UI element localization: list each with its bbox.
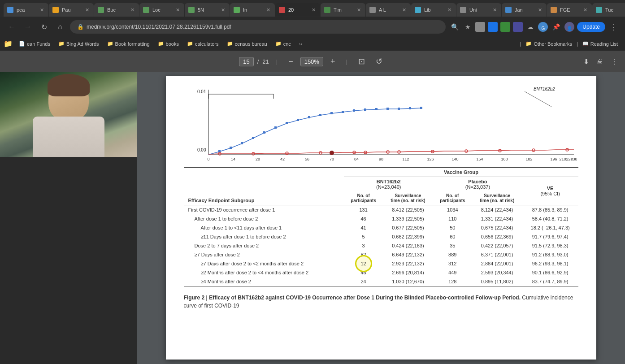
- g-icon[interactable]: G: [538, 22, 548, 32]
- tab-pea[interactable]: pea ✕: [4, 3, 48, 17]
- tab-uni[interactable]: Uni ✕: [456, 3, 501, 17]
- tab-close-jan[interactable]: ✕: [537, 7, 543, 13]
- pin-icon[interactable]: 📌: [551, 22, 562, 32]
- main-content-area: 0.01 0.00 0 14 28 42 56 70 84 98 112 126: [0, 72, 625, 364]
- tab-close-in[interactable]: ✕: [265, 7, 271, 13]
- bookmarks-more-button[interactable]: ››: [295, 40, 306, 48]
- tab-favicon-lib: [415, 7, 421, 13]
- svg-rect-40: [420, 107, 422, 109]
- pdf-divider-2: |: [346, 58, 347, 65]
- pdf-viewer[interactable]: 0.01 0.00 0 14 28 42 56 70 84 98 112 126: [137, 72, 625, 364]
- tab-close-fge[interactable]: ✕: [582, 7, 588, 13]
- pdf-zoom-in-button[interactable]: +: [327, 56, 339, 67]
- svg-rect-24: [241, 142, 243, 144]
- bookmarks-right: | 📁 Other Bookmarks | 📖 Reading List: [520, 39, 621, 48]
- tab-close-mr[interactable]: ✕: [310, 7, 317, 13]
- tab-label-uni: Uni: [469, 7, 490, 13]
- tab-tuc[interactable]: Tuc ✕: [592, 3, 625, 17]
- tab-close-5n[interactable]: ✕: [220, 7, 226, 13]
- bookmark-icon-cnc: 📁: [275, 41, 282, 47]
- bookmark-ean-funds[interactable]: 📄 ean Funds: [15, 39, 54, 48]
- pdf-current-page[interactable]: 15: [239, 57, 253, 66]
- profile-icon[interactable]: 👤: [564, 22, 574, 32]
- tab-close-pea[interactable]: ✕: [39, 7, 45, 13]
- tab-fge[interactable]: FGE ✕: [547, 3, 592, 17]
- tab-favicon-tim: [324, 7, 330, 13]
- bookmark-census-bureau[interactable]: 📁 census bureau: [223, 39, 271, 48]
- table-cell-1-5: 87.8 (85.3, 89.9): [522, 205, 578, 215]
- home-button[interactable]: ⌂: [54, 21, 66, 33]
- tab-close-al[interactable]: ✕: [401, 7, 407, 13]
- extension-icon-3[interactable]: [500, 22, 510, 32]
- cloud-icon[interactable]: ☁: [525, 22, 535, 32]
- table-cell-label-6: ≥7 Days after dose 2: [184, 250, 344, 259]
- svg-rect-28: [286, 122, 288, 124]
- tab-loc[interactable]: Loc ✕: [139, 3, 184, 17]
- tab-mr[interactable]: 20 ✕: [275, 3, 320, 17]
- update-button[interactable]: Update: [577, 22, 605, 32]
- overflow-menu-icon[interactable]: ⋮: [608, 20, 620, 34]
- refresh-button[interactable]: ↻: [38, 21, 50, 33]
- svg-rect-36: [375, 108, 378, 110]
- bookmark-calculators[interactable]: 📁 calculators: [183, 39, 222, 48]
- extension-icon-2[interactable]: [488, 22, 498, 32]
- tab-5n[interactable]: 5N ✕: [185, 3, 230, 17]
- tab-close-buc[interactable]: ✕: [129, 7, 135, 13]
- tab-label-mr: 20: [288, 7, 308, 13]
- tab-tim[interactable]: Tim ✕: [321, 3, 365, 17]
- table-header-bnt-participants: No. ofparticipants: [344, 191, 382, 205]
- bookmarks-folder-icon[interactable]: 📁: [4, 39, 13, 48]
- forward-button[interactable]: →: [22, 21, 34, 33]
- svg-text:168: 168: [501, 157, 508, 161]
- table-cell-label-5: Dose 2 to 7 days after dose 2: [184, 241, 344, 250]
- bookmark-icon-calc: 📁: [187, 41, 193, 47]
- tab-pau[interactable]: Pau ✕: [49, 3, 94, 17]
- tab-close-tim[interactable]: ✕: [356, 7, 362, 13]
- table-cell-6-2: 6.649 (22,132): [383, 250, 433, 259]
- tab-label-jan: Jan: [515, 7, 535, 13]
- table-cell-8-2: 2.696 (20,814): [383, 268, 433, 277]
- webcam-person: [24, 72, 113, 157]
- tab-close-pau[interactable]: ✕: [84, 7, 90, 13]
- bookmark-book-formatting[interactable]: 📁 Book formatting: [104, 39, 153, 48]
- tab-bar: pea ✕ Pau ✕ Buc ✕ Loc ✕ 5N ✕ In ✕: [0, 0, 625, 17]
- table-cell-label-9: ≥4 Months after dose 2: [184, 277, 344, 286]
- tab-lib[interactable]: Lib ✕: [411, 3, 456, 17]
- bookmark-bing-ad-words[interactable]: 📁 Bing Ad Words: [55, 39, 103, 48]
- pdf-history-button[interactable]: ↺: [372, 56, 386, 67]
- bookmark-books[interactable]: 📁 books: [154, 39, 182, 48]
- table-cell-3-1: 41: [344, 223, 382, 232]
- chart-svg: 0.01 0.00 0 14 28 42 56 70 84 98 112 126: [184, 85, 578, 164]
- pdf-zoom-level[interactable]: 150%: [300, 57, 323, 66]
- search-icon[interactable]: 🔍: [449, 22, 460, 32]
- tab-in[interactable]: In ✕: [230, 3, 275, 17]
- bookmark-star-icon[interactable]: ★: [463, 22, 473, 32]
- svg-text:126: 126: [427, 157, 434, 161]
- pdf-fit-button[interactable]: ⊡: [355, 56, 369, 67]
- tab-close-lib[interactable]: ✕: [446, 7, 452, 13]
- back-button[interactable]: ←: [5, 21, 18, 33]
- other-bookmarks[interactable]: 📁 Other Bookmarks: [522, 39, 576, 48]
- tab-close-uni[interactable]: ✕: [491, 7, 498, 13]
- pdf-zoom-out-button[interactable]: −: [285, 56, 297, 67]
- tab-jan[interactable]: Jan ✕: [502, 3, 547, 17]
- pdf-download-icon[interactable]: ⬇: [583, 57, 589, 66]
- table-cell-8-3: 449: [433, 268, 472, 277]
- pdf-more-icon[interactable]: ⋮: [611, 57, 618, 66]
- tab-label-tim: Tim: [334, 7, 354, 13]
- other-bookmarks-icon: 📁: [525, 41, 532, 47]
- address-input[interactable]: 🔒 medrxiv.org/content/10.1101/2021.07.28…: [70, 20, 446, 34]
- extension-icon-1[interactable]: [475, 22, 485, 32]
- bookmark-cnc[interactable]: 📁 cnc: [272, 39, 295, 48]
- bookmark-icon-bing: 📁: [58, 41, 65, 47]
- table-cell-1-2: 8.412 (22,505): [383, 205, 433, 215]
- reading-list[interactable]: 📖 Reading List: [579, 39, 621, 48]
- pdf-print-icon[interactable]: 🖨: [596, 57, 603, 65]
- svg-rect-35: [364, 108, 366, 111]
- tab-buc[interactable]: Buc ✕: [94, 3, 139, 17]
- extension-icon-4[interactable]: [513, 22, 523, 32]
- tab-al[interactable]: A L ✕: [366, 3, 411, 17]
- tab-close-loc[interactable]: ✕: [174, 7, 181, 13]
- svg-point-47: [330, 151, 334, 155]
- table-cell-4-2: 0.662 (22,399): [383, 232, 433, 241]
